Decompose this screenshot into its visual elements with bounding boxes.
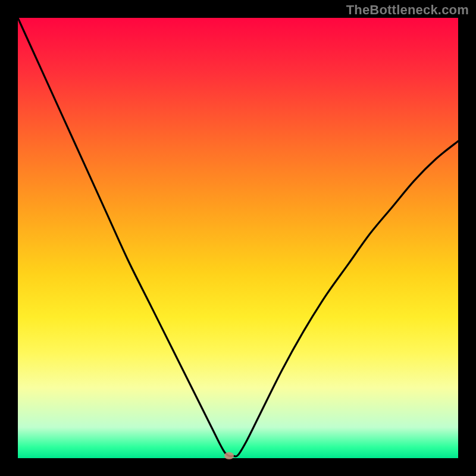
minimum-marker bbox=[224, 452, 234, 459]
plot-area bbox=[18, 18, 458, 458]
watermark-text: TheBottleneck.com bbox=[346, 2, 469, 18]
bottleneck-curve bbox=[18, 18, 458, 458]
chart-frame: TheBottleneck.com bbox=[0, 0, 476, 476]
